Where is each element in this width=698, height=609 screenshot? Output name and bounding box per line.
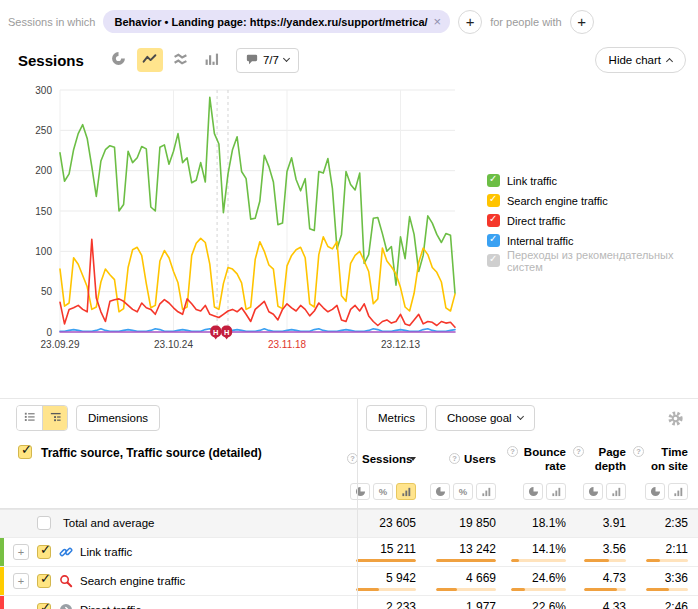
column-header-time-on-site[interactable]: ?Time on site bbox=[633, 445, 688, 474]
metric-bar bbox=[436, 559, 496, 562]
svg-text:200: 200 bbox=[35, 165, 52, 176]
legend-item-internal-traffic[interactable]: Internal traffic bbox=[487, 234, 698, 247]
table-row-total: Total and average 23 605 19 850 18.1% 3.… bbox=[0, 509, 698, 538]
checkbox-icon bbox=[487, 234, 500, 247]
series-color-stripe bbox=[0, 596, 4, 609]
help-icon[interactable]: ? bbox=[449, 453, 460, 464]
column-header-users[interactable]: ?Users bbox=[449, 452, 496, 466]
svg-text:50: 50 bbox=[41, 286, 53, 297]
help-icon[interactable]: ? bbox=[573, 446, 584, 457]
column-header-bounce-rate[interactable]: ?Bounce rate bbox=[507, 445, 566, 474]
checkbox-icon[interactable] bbox=[37, 574, 51, 588]
metric-bar bbox=[646, 588, 688, 591]
page-title: Sessions bbox=[18, 52, 84, 69]
chevron-down-icon bbox=[517, 413, 524, 420]
bars-metric-toggle[interactable] bbox=[546, 483, 566, 500]
chevron-up-icon bbox=[666, 58, 673, 65]
bar-chart-type-button[interactable] bbox=[199, 48, 225, 72]
columns-divider bbox=[357, 399, 358, 609]
cell-page-depth: 4.73 bbox=[603, 571, 626, 585]
list-view-icon bbox=[23, 410, 36, 426]
filter-chip[interactable]: Behavior • Landing page: https://yandex.… bbox=[103, 10, 450, 33]
help-icon[interactable]: ? bbox=[633, 446, 644, 457]
cell-users: 4 669 bbox=[466, 571, 496, 585]
bars-metric-toggle[interactable] bbox=[606, 483, 626, 500]
checkbox-icon[interactable] bbox=[37, 603, 51, 609]
row-label[interactable]: Link traffic bbox=[80, 546, 132, 558]
dimension-header-label[interactable]: Traffic source, Traffic source (detailed… bbox=[41, 445, 262, 460]
close-icon[interactable]: × bbox=[434, 15, 442, 28]
link-icon bbox=[59, 545, 73, 559]
sessions-line-chart: 05010015020025030023.09.2923.10.2423.11.… bbox=[8, 76, 470, 356]
metrics-button[interactable]: Metrics bbox=[366, 405, 427, 431]
metric-bar bbox=[646, 559, 688, 562]
series-color-stripe bbox=[0, 538, 4, 566]
bars-metric-toggle[interactable] bbox=[396, 483, 416, 500]
filter-chip-text: Behavior • Landing page: https://yandex.… bbox=[114, 16, 427, 28]
chevron-down-icon bbox=[283, 55, 290, 62]
help-icon[interactable]: ? bbox=[507, 446, 518, 457]
series-visibility-dropdown[interactable]: 7/7 bbox=[236, 48, 299, 73]
gear-icon[interactable] bbox=[667, 410, 684, 427]
bars-metric-toggle[interactable] bbox=[668, 483, 688, 500]
expand-button[interactable]: + bbox=[13, 573, 29, 589]
dimensions-button[interactable]: Dimensions bbox=[76, 405, 160, 431]
cell-sessions: 5 942 bbox=[386, 571, 416, 585]
cell-page-depth: 4.33 bbox=[603, 600, 626, 609]
table-row-link-traffic: + Link traffic 15 211 13 242 14.1% 3.56 … bbox=[0, 538, 698, 567]
bars-metric-toggle[interactable] bbox=[476, 483, 496, 500]
row-label[interactable]: Search engine traffic bbox=[80, 575, 185, 587]
expand-button[interactable]: + bbox=[13, 544, 29, 560]
segmentation-bar: Sessions in which Behavior • Landing pag… bbox=[0, 0, 698, 34]
tree-view-button[interactable] bbox=[42, 406, 67, 430]
pie-metric-toggle[interactable] bbox=[645, 483, 665, 500]
percent-metric-toggle[interactable]: % bbox=[373, 483, 393, 500]
svg-text:H: H bbox=[213, 328, 218, 337]
svg-text:23.11.18: 23.11.18 bbox=[268, 339, 307, 350]
cell-users: 19 850 bbox=[459, 516, 496, 530]
legend-item-direct-traffic[interactable]: Direct traffic bbox=[487, 214, 698, 227]
cell-page-depth: 3.91 bbox=[603, 516, 626, 530]
row-label[interactable]: Direct traffic bbox=[80, 604, 141, 609]
bar-chart-icon bbox=[204, 52, 219, 69]
search-icon bbox=[59, 574, 73, 588]
filter-prefix-label: Sessions in which bbox=[8, 16, 95, 28]
choose-goal-dropdown[interactable]: Choose goal bbox=[435, 405, 535, 431]
pie-metric-toggle[interactable] bbox=[430, 483, 450, 500]
cell-sessions: 23 605 bbox=[379, 516, 416, 530]
comment-icon bbox=[246, 53, 258, 67]
plus-icon: + bbox=[466, 13, 475, 30]
checkbox-icon bbox=[487, 254, 500, 267]
add-session-condition-button[interactable]: + bbox=[458, 10, 482, 34]
svg-text:23.09.29: 23.09.29 bbox=[41, 339, 80, 350]
stacked-chart-type-button[interactable] bbox=[168, 48, 194, 72]
metric-bar bbox=[356, 588, 416, 591]
hide-chart-button[interactable]: Hide chart bbox=[595, 47, 686, 73]
legend-item-search-engine-traffic[interactable]: Search engine traffic bbox=[487, 194, 698, 207]
svg-text:0: 0 bbox=[46, 327, 52, 338]
column-header-page-depth[interactable]: ?Page depth bbox=[573, 445, 626, 474]
donut-chart-type-button[interactable] bbox=[106, 48, 132, 72]
checkbox-icon[interactable] bbox=[37, 545, 51, 559]
checkbox-select-all[interactable] bbox=[18, 445, 32, 459]
cell-bounce-rate: 24.6% bbox=[532, 571, 566, 585]
cell-bounce-rate: 18.1% bbox=[532, 516, 566, 530]
chart-area: 05010015020025030023.09.2923.10.2423.11.… bbox=[0, 76, 698, 364]
pie-metric-toggle[interactable] bbox=[583, 483, 603, 500]
checkbox-icon bbox=[487, 214, 500, 227]
metric-bar bbox=[584, 559, 626, 562]
percent-metric-toggle[interactable]: % bbox=[453, 483, 473, 500]
legend-item-recommendation-systems[interactable]: Переходы из рекомендательных систем bbox=[487, 254, 698, 267]
table-row-direct-traffic: Direct traffic 2 233 1 977 22.6% 4.33 2:… bbox=[0, 596, 698, 609]
add-people-condition-button[interactable]: + bbox=[570, 10, 594, 34]
svg-text:100: 100 bbox=[35, 246, 52, 257]
checkbox-icon bbox=[487, 194, 500, 207]
checkbox-icon[interactable] bbox=[37, 516, 51, 530]
line-chart-icon bbox=[142, 52, 157, 69]
pie-metric-toggle[interactable] bbox=[523, 483, 543, 500]
list-view-button[interactable] bbox=[17, 406, 42, 430]
line-chart-type-button[interactable] bbox=[137, 48, 163, 72]
metric-bar bbox=[511, 559, 566, 562]
cell-bounce-rate: 14.1% bbox=[532, 542, 566, 556]
legend-item-link-traffic[interactable]: Link traffic bbox=[487, 174, 698, 187]
